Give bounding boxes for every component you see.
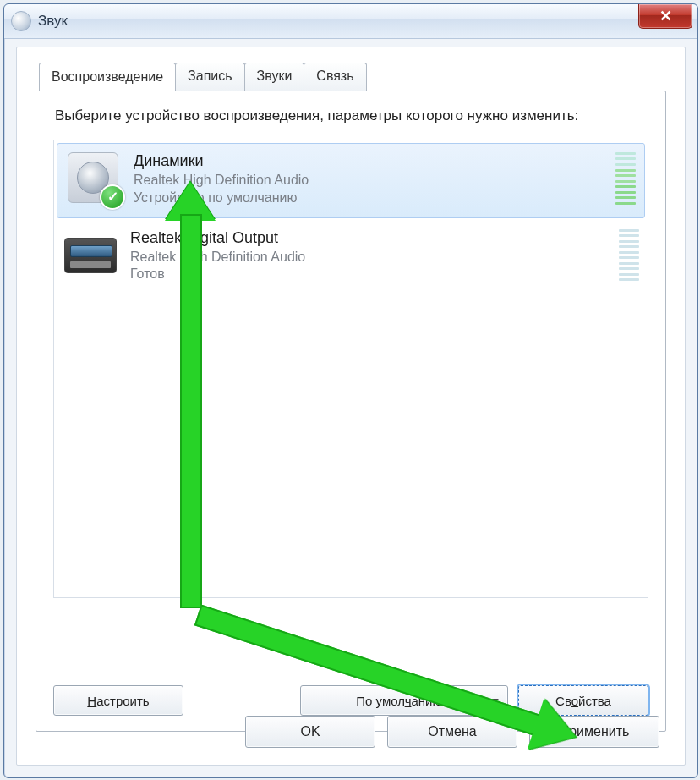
device-text: Динамики Realtek High Definition Audio У… bbox=[134, 152, 636, 207]
device-driver: Realtek High Definition Audio bbox=[130, 249, 639, 266]
tab-sounds[interactable]: Звуки bbox=[244, 63, 305, 91]
device-item-digital-output[interactable]: Realtek Digital Output Realtek High Defi… bbox=[54, 221, 648, 294]
speaker-icon: ✓ bbox=[68, 152, 120, 205]
tab-playback[interactable]: Воспроизведение bbox=[39, 63, 176, 91]
close-button[interactable]: ✕ bbox=[638, 4, 692, 29]
apply-button[interactable]: Применить bbox=[529, 716, 659, 748]
dialog-button-row: OK Отмена Применить bbox=[245, 716, 659, 748]
tab-comm[interactable]: Связь bbox=[304, 63, 366, 91]
device-text: Realtek Digital Output Realtek High Defi… bbox=[130, 229, 639, 284]
device-status: Готов bbox=[130, 266, 639, 283]
dialog-body: Воспроизведение Запись Звуки Связь Выбер… bbox=[16, 47, 686, 766]
set-default-dropdown[interactable]: По умолчанию bbox=[300, 685, 508, 716]
device-status: Устройство по умолчанию bbox=[134, 190, 636, 207]
properties-button[interactable]: Свойства bbox=[518, 685, 648, 716]
tab-button-row: Настроить По умолчанию Свойства bbox=[53, 685, 648, 716]
instruction-text: Выберите устройство воспроизведения, пар… bbox=[55, 107, 648, 126]
device-name: Realtek Digital Output bbox=[130, 229, 639, 247]
tab-page-playback: Выберите устройство воспроизведения, пар… bbox=[36, 91, 666, 732]
device-name: Динамики bbox=[134, 152, 636, 170]
window-title: Звук bbox=[38, 13, 68, 30]
device-driver: Realtek High Definition Audio bbox=[134, 172, 636, 190]
device-list[interactable]: ✓ Динамики Realtek High Definition Audio… bbox=[53, 140, 648, 598]
configure-button[interactable]: Настроить bbox=[53, 685, 183, 716]
cancel-button[interactable]: Отмена bbox=[387, 716, 517, 748]
sound-dialog-window: Звук ✕ Воспроизведение Запись Звуки Связ… bbox=[3, 3, 698, 778]
device-item-speakers[interactable]: ✓ Динамики Realtek High Definition Audio… bbox=[57, 143, 645, 218]
sound-icon bbox=[11, 11, 31, 31]
digital-output-icon bbox=[64, 229, 117, 282]
titlebar: Звук ✕ bbox=[4, 4, 697, 39]
tab-record[interactable]: Запись bbox=[175, 63, 245, 91]
tab-strip: Воспроизведение Запись Звуки Связь bbox=[39, 63, 666, 91]
ok-button[interactable]: OK bbox=[245, 716, 375, 748]
default-check-icon: ✓ bbox=[100, 184, 125, 210]
close-icon: ✕ bbox=[659, 7, 672, 25]
level-meter-icon bbox=[619, 229, 639, 282]
level-meter-icon bbox=[615, 152, 636, 205]
